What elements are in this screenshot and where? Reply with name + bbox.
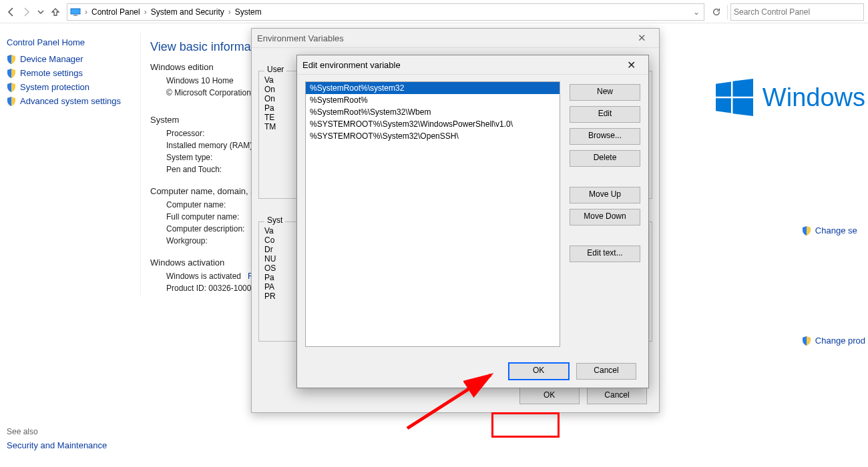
breadcrumb-item[interactable]: System and Security	[148, 7, 227, 17]
address-bar: › Control Panel › System and Security › …	[0, 1, 868, 23]
nav-up-button[interactable]	[48, 5, 63, 19]
sidebar-link[interactable]: Remote settings	[7, 68, 134, 78]
breadcrumb-item[interactable]: Control Panel	[89, 7, 143, 17]
group-title: Syst	[264, 215, 285, 225]
divider	[727, 5, 728, 19]
see-also-heading: See also	[7, 427, 107, 436]
computer-icon	[70, 7, 81, 17]
nav-forward-button	[19, 5, 33, 19]
browse-button[interactable]: Browse...	[570, 128, 640, 145]
svg-rect-0	[71, 9, 80, 14]
dialog-title: Edit environment variable	[302, 60, 401, 70]
sidebar-link-label: Device Manager	[20, 54, 83, 64]
chevron-right-icon: ›	[143, 7, 148, 17]
shield-icon	[7, 69, 16, 78]
svg-rect-1	[73, 15, 77, 16]
edit-text-button[interactable]: Edit text...	[570, 246, 640, 262]
edit-ok-button[interactable]: OK	[509, 363, 569, 380]
shield-icon	[802, 226, 811, 236]
move-up-button[interactable]: Move Up	[570, 187, 640, 203]
shield-icon	[7, 55, 16, 64]
path-list-item[interactable]: %SystemRoot%\system32	[306, 82, 560, 94]
nav-back-button[interactable]	[4, 5, 19, 19]
search-placeholder: Search Control Panel	[734, 7, 810, 17]
edit-button[interactable]: Edit	[570, 106, 640, 123]
windows-brand: Windows	[716, 79, 865, 116]
path-edit-buttons: New Edit Browse... Delete Move Up Move D…	[570, 81, 640, 347]
sidebar-link[interactable]: System protection	[7, 82, 134, 92]
sidebar-link-label: Remote settings	[20, 68, 83, 78]
close-button[interactable]: ✕	[619, 59, 643, 71]
nav-recent-button[interactable]	[33, 5, 48, 19]
search-input[interactable]: Search Control Panel	[730, 3, 864, 21]
windows-logo-icon	[716, 79, 753, 116]
sidebar-link[interactable]: Device Manager	[7, 54, 134, 64]
dialog-titlebar[interactable]: Edit environment variable ✕	[297, 55, 648, 75]
env-ok-button[interactable]: OK	[519, 388, 580, 404]
chevron-right-icon: ›	[227, 7, 232, 17]
sidebar-link[interactable]: Advanced system settings	[7, 96, 134, 106]
new-button[interactable]: New	[570, 84, 640, 101]
shield-icon	[802, 336, 811, 346]
chevron-right-icon: ›	[83, 7, 89, 17]
shield-icon	[7, 97, 16, 106]
dialog-titlebar[interactable]: Environment Variables ✕	[252, 29, 659, 48]
path-list-item[interactable]: %SYSTEMROOT%\System32\OpenSSH\	[306, 130, 560, 142]
move-down-button[interactable]: Move Down	[570, 209, 640, 225]
sidebar-see-also: See also Security and Maintenance	[7, 427, 107, 450]
breadcrumb-item[interactable]: System	[232, 7, 264, 17]
path-list-item[interactable]: %SystemRoot%	[306, 94, 560, 106]
edit-cancel-button[interactable]: Cancel	[576, 363, 636, 380]
close-button[interactable]: ✕	[630, 32, 654, 44]
change-settings-link[interactable]: Change se	[802, 225, 865, 236]
sidebar: Control Panel Home Device ManagerRemote …	[7, 32, 134, 110]
rhs-links: Change se Change prod	[802, 225, 865, 346]
edit-dialog-footer: OK Cancel	[297, 362, 648, 381]
breadcrumb[interactable]: › Control Panel › System and Security › …	[67, 3, 704, 21]
change-product-key-link[interactable]: Change prod	[802, 336, 865, 346]
dialog-title: Environment Variables	[257, 33, 344, 43]
path-list-item[interactable]: %SYSTEMROOT%\System32\WindowsPowerShell\…	[306, 118, 560, 130]
delete-button[interactable]: Delete	[570, 150, 640, 167]
shield-icon	[7, 83, 16, 92]
path-list[interactable]: %SystemRoot%\system32%SystemRoot%%System…	[305, 81, 560, 347]
annotation-highlight-box	[491, 412, 560, 438]
see-also-link[interactable]: Security and Maintenance	[7, 440, 107, 450]
edit-environment-variable-dialog: Edit environment variable ✕ %SystemRoot%…	[296, 55, 649, 388]
env-cancel-button[interactable]: Cancel	[587, 388, 647, 404]
path-list-item[interactable]: %SystemRoot%\System32\Wbem	[306, 106, 560, 118]
sidebar-home-link[interactable]: Control Panel Home	[7, 37, 134, 47]
group-title: User	[264, 65, 286, 74]
sidebar-link-label: Advanced system settings	[20, 96, 121, 106]
chevron-down-icon[interactable]: ⌄	[692, 7, 701, 17]
env-dialog-footer: OK Cancel	[517, 386, 650, 406]
refresh-button[interactable]	[708, 7, 724, 17]
sidebar-link-label: System protection	[20, 82, 89, 92]
